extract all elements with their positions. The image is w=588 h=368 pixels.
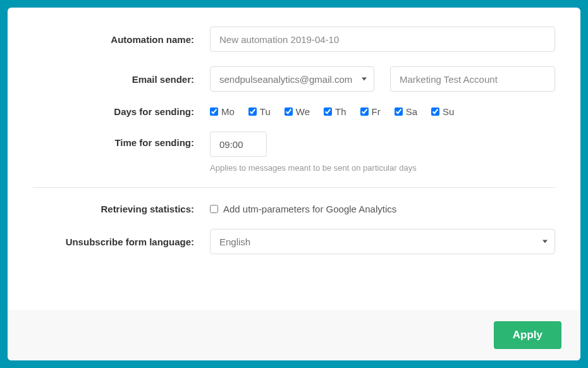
- label-days: Days for sending:: [33, 106, 210, 117]
- time-hint: Applies to messages meant to be sent on …: [210, 163, 417, 173]
- day-fr-checkbox[interactable]: [360, 107, 369, 116]
- day-sa[interactable]: Sa: [395, 106, 417, 117]
- label-automation-name: Automation name:: [33, 34, 210, 45]
- day-sa-checkbox[interactable]: [395, 107, 403, 116]
- time-input[interactable]: [210, 132, 267, 157]
- row-unsubscribe-lang: Unsubscribe form language: English: [33, 229, 555, 254]
- day-mo[interactable]: Mo: [210, 106, 235, 117]
- day-th[interactable]: Th: [324, 106, 346, 117]
- automation-name-input[interactable]: [210, 27, 555, 52]
- label-statistics: Retrieving statistics:: [33, 204, 210, 214]
- row-days: Days for sending: Mo Tu We Th Fr Sa Su: [33, 106, 555, 117]
- settings-panel: Automation name: Email sender: sendpulse…: [8, 8, 580, 360]
- apply-button[interactable]: Apply: [494, 321, 561, 349]
- sender-name-input[interactable]: [390, 66, 555, 92]
- label-email-sender: Email sender:: [33, 74, 210, 85]
- label-unsubscribe-lang: Unsubscribe form language:: [33, 236, 210, 247]
- row-email-sender: Email sender: sendpulseanalytics@gmail.c…: [33, 66, 555, 92]
- day-th-checkbox[interactable]: [324, 107, 332, 116]
- unsubscribe-language-select[interactable]: English: [210, 229, 555, 254]
- label-time: Time for sending:: [33, 132, 210, 148]
- days-group: Mo Tu We Th Fr Sa Su: [210, 106, 454, 117]
- utm-checkbox[interactable]: [210, 205, 218, 213]
- footer: Apply: [8, 310, 580, 360]
- day-su-checkbox[interactable]: [431, 107, 439, 116]
- divider: [33, 187, 555, 188]
- day-fr[interactable]: Fr: [360, 106, 381, 117]
- utm-checkbox-wrap[interactable]: Add utm-parameters for Google Analytics: [210, 204, 396, 214]
- day-tu-checkbox[interactable]: [248, 107, 257, 116]
- row-statistics: Retrieving statistics: Add utm-parameter…: [33, 204, 555, 214]
- sender-email-select[interactable]: sendpulseanalytics@gmail.com: [210, 66, 374, 92]
- utm-label: Add utm-parameters for Google Analytics: [223, 204, 396, 214]
- form-area: Automation name: Email sender: sendpulse…: [8, 8, 580, 310]
- day-we-checkbox[interactable]: [285, 107, 293, 116]
- row-automation-name: Automation name:: [33, 27, 555, 52]
- day-su[interactable]: Su: [431, 106, 454, 117]
- day-we[interactable]: We: [285, 106, 310, 117]
- day-tu[interactable]: Tu: [248, 106, 271, 117]
- day-mo-checkbox[interactable]: [210, 107, 218, 116]
- row-time: Time for sending: Applies to messages me…: [33, 132, 555, 173]
